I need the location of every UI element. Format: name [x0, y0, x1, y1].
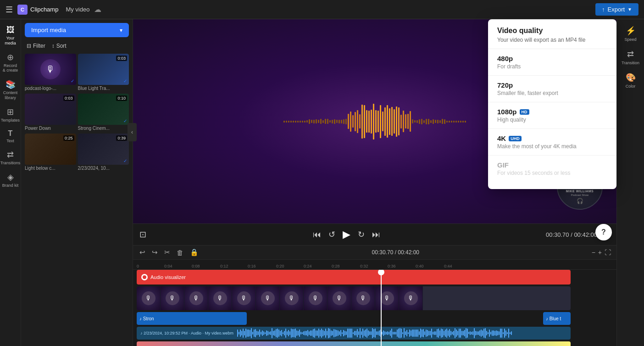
- forward-5-button[interactable]: ↻: [357, 229, 366, 240]
- import-media-button[interactable]: Import media ▾: [25, 23, 129, 37]
- undo-button[interactable]: ↩: [139, 247, 146, 257]
- sidebar-item-text[interactable]: T Text: [1, 127, 20, 146]
- your-media-icon: 🖼: [6, 25, 15, 35]
- webm-waveform-bar: [273, 331, 274, 335]
- zoom-in-button[interactable]: +: [598, 249, 602, 256]
- collapse-panel-button[interactable]: ‹: [128, 123, 137, 141]
- export-icon: ↑: [602, 6, 605, 13]
- playback-ctrl-left: ⊡: [139, 229, 147, 240]
- audio-bar: [297, 121, 299, 123]
- quality-option-4k[interactable]: 4K UHD Make the most of your 4K media: [488, 129, 616, 156]
- audio-visualizer-track[interactable]: Audio visualizer: [137, 270, 571, 285]
- webm-waveform-bar: [295, 329, 296, 338]
- audio-bar: [348, 114, 349, 129]
- webm-waveform-bar: [258, 331, 259, 335]
- hamburger-icon[interactable]: ☰: [6, 5, 13, 15]
- webm-waveform-bar: [261, 332, 261, 334]
- audio-bar: [449, 121, 450, 123]
- caption-button[interactable]: ⊡: [139, 229, 147, 240]
- export-button[interactable]: ↑ Export ▼: [595, 3, 638, 16]
- quality-option-gif[interactable]: GIF For videos 15 seconds or less: [488, 156, 616, 182]
- media-item-media23[interactable]: 0:39 ✓ 2/23/2024, 10...: [78, 134, 129, 172]
- webm-waveform-bar: [278, 329, 279, 337]
- webm-waveform-bar: [437, 329, 438, 337]
- media-item-blue-light[interactable]: 0:03 ✓ Blue Light Tra...: [78, 54, 129, 92]
- help-button[interactable]: ?: [595, 224, 612, 240]
- fit-button[interactable]: ⛶: [605, 249, 611, 256]
- audio-bar: [439, 120, 441, 123]
- webm-waveform-bar: [347, 329, 348, 338]
- media-item-podcast-logo[interactable]: 🎙 ✓ podcast-logo-...: [25, 54, 76, 92]
- webm-waveform-bar: [371, 331, 372, 335]
- video-title[interactable]: My video: [66, 6, 89, 13]
- right-panel-speed[interactable]: ⚡ Speed: [619, 23, 643, 45]
- audio-bar: [336, 120, 338, 123]
- cut-button[interactable]: ✂: [163, 247, 171, 257]
- video-frame-11: 🎙: [375, 286, 399, 310]
- sidebar-item-transitions[interactable]: ⇄ Transitions: [1, 147, 20, 168]
- media-item-strong-cinema[interactable]: 0:10 ✓ Strong Cinem...: [78, 94, 129, 132]
- sidebar-item-brand-kit[interactable]: ◈ Brand kit: [1, 170, 20, 190]
- podcast-watermark-name: MIKE WILLIAMS: [566, 190, 594, 193]
- webm-waveform-bar: [500, 329, 501, 338]
- rewind-5-button[interactable]: ↺: [328, 229, 336, 240]
- webm-waveform-bar: [389, 332, 389, 334]
- play-pause-button[interactable]: ▶: [342, 228, 351, 241]
- zoom-out-button[interactable]: −: [592, 249, 595, 256]
- delete-button[interactable]: 🗑: [176, 248, 184, 257]
- redo-button[interactable]: ↪: [151, 247, 159, 257]
- webm-waveform-bar: [358, 331, 359, 335]
- webm-waveform-bar: [332, 331, 333, 335]
- audio-bar: [433, 119, 434, 124]
- video-frame-7: 🎙: [280, 286, 304, 310]
- right-panel-transition[interactable]: ⇄ Transition: [619, 46, 643, 68]
- quality-option-480p[interactable]: 480p For drafts: [488, 49, 616, 76]
- audio-viz-dot: [141, 274, 148, 280]
- sidebar-item-record-create[interactable]: ⊕ Record & create: [1, 50, 20, 76]
- webm-audio-track[interactable]: ♪ 2/23/2024, 10:29:52 PM · Audio · My vi…: [137, 327, 571, 340]
- skip-end-button[interactable]: ⏭: [371, 229, 381, 240]
- audio-bar: [435, 120, 436, 123]
- audio-bar: [407, 114, 409, 129]
- quality-option-1080p[interactable]: 1080p HD High quality: [488, 102, 616, 129]
- sidebar-item-your-media[interactable]: 🖼 Your media: [1, 23, 20, 48]
- vf-avatar-12: 🎙: [404, 291, 418, 305]
- lock-button[interactable]: 🔒: [189, 247, 200, 257]
- audio-bar: [327, 119, 328, 124]
- strong-cinema-duration: 0:10: [116, 95, 127, 101]
- sidebar-label-record-create: Record & create: [2, 63, 19, 73]
- filter-button[interactable]: ⊟ Filter: [25, 42, 47, 50]
- webm-waveform-bar: [280, 331, 281, 335]
- quality-1080p-desc: High quality: [497, 117, 607, 123]
- webm-waveform-bar: [276, 329, 277, 338]
- webm-waveform-bar: [366, 329, 367, 338]
- video-track[interactable]: 🎙 🎙 🎙 🎙 🎙 🎙 🎙 🎙 🎙 🎙 🎙 🎙: [137, 286, 571, 310]
- vf-avatar-10: 🎙: [356, 291, 370, 305]
- quality-option-720p[interactable]: 720p Smaller file, faster export: [488, 76, 616, 102]
- webm-waveform-bar: [445, 329, 446, 337]
- vf-avatar-11: 🎙: [380, 291, 394, 305]
- audio-bar: [368, 111, 370, 133]
- content-library-icon: 📚: [6, 79, 16, 89]
- webm-waveform-bar: [254, 329, 255, 337]
- blue-audio-track[interactable]: ♪ Blue t: [543, 312, 571, 325]
- media-item-power-down[interactable]: 0:03 Power Down: [25, 94, 76, 132]
- strong-audio-track[interactable]: ♪ Stron: [137, 312, 247, 325]
- right-panel-color[interactable]: 🎨 Color: [619, 70, 643, 91]
- webm-waveform-bar: [335, 329, 336, 337]
- webm-waveform-bar: [318, 329, 319, 338]
- skip-start-button[interactable]: ⏮: [312, 229, 322, 240]
- webm-waveform-bar: [379, 330, 380, 336]
- sort-button[interactable]: ↕ Sort: [50, 42, 68, 50]
- media-item-light-below[interactable]: 0:25 Light below c...: [25, 134, 76, 172]
- webm-waveform-bar: [364, 330, 365, 336]
- color-track[interactable]: [137, 341, 571, 346]
- audio-bar: [290, 121, 292, 123]
- webm-waveform-bar: [398, 329, 399, 338]
- webm-waveform-bar: [428, 331, 429, 336]
- webm-waveform-bar: [298, 331, 299, 335]
- sidebar-item-templates[interactable]: ⊞ Templates: [1, 105, 20, 125]
- sidebar-item-content-library[interactable]: 📚 Content library: [1, 77, 20, 103]
- filter-label: Filter: [33, 43, 45, 49]
- webm-waveform-bar: [501, 329, 502, 337]
